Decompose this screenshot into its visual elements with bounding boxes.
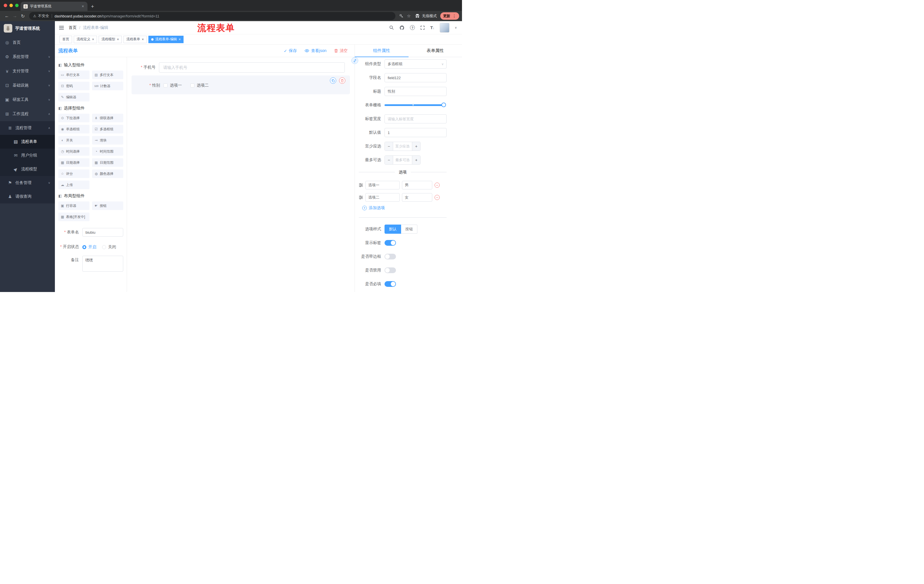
component-cascader[interactable]: ⋔级联选择 [92, 114, 123, 122]
max-select-value[interactable]: 最多可选 [393, 156, 412, 164]
tag-process-model[interactable]: 流程模型 × [99, 36, 122, 43]
title-input[interactable] [384, 87, 447, 96]
remove-option-button[interactable]: − [434, 195, 440, 200]
component-color-picker[interactable]: ◍颜色选择 [92, 169, 123, 178]
sidebar-item-process-form[interactable]: ▤ 流程表单 [0, 135, 55, 148]
disabled-toggle[interactable] [384, 267, 396, 273]
option-label-input[interactable] [365, 181, 400, 189]
browser-update-button[interactable]: 更新 ⋮ [440, 12, 459, 20]
sidebar-item-process-management[interactable]: ≣ 流程管理 ∧ [0, 121, 55, 135]
sidebar-item-process-model[interactable]: ▶ 流程模型 [0, 162, 55, 176]
window-close-button[interactable] [4, 4, 7, 7]
component-password[interactable]: ⊡密码 [58, 82, 89, 90]
sidebar-item-home[interactable]: ◎ 首页 [0, 35, 55, 50]
help-icon[interactable]: ? [410, 25, 415, 30]
option-value-input[interactable] [402, 193, 432, 202]
tag-process-form[interactable]: 流程表单 × [124, 36, 147, 43]
form-name-input[interactable] [82, 228, 123, 237]
style-default-button[interactable]: 默认 [384, 225, 401, 234]
view-json-button[interactable]: 查看json [304, 48, 327, 53]
decrement-button[interactable]: − [385, 156, 393, 164]
show-label-toggle[interactable] [384, 240, 396, 246]
phone-input[interactable] [159, 62, 345, 72]
sidebar-item-leave-query[interactable]: ♟ 请假查询 [0, 190, 55, 204]
component-button[interactable]: ☛按钮 [92, 201, 123, 210]
form-remark-textarea[interactable]: 嘿嘿 [82, 256, 123, 272]
drag-handle-icon[interactable] [359, 183, 363, 187]
search-icon[interactable] [389, 25, 394, 30]
tag-process-definition[interactable]: 流程定义 × [74, 36, 97, 43]
component-counter[interactable]: 123计数器 [92, 82, 123, 90]
save-button[interactable]: ✓ 保存 [284, 48, 297, 53]
component-single-line-text[interactable]: ▭单行文本 [58, 71, 89, 79]
tab-form-props[interactable]: 表单属性 [409, 44, 462, 57]
component-type-select[interactable]: ∨ [384, 59, 447, 69]
sidebar-item-payment[interactable]: ¥ 支付管理 ∨ [0, 64, 55, 78]
back-icon[interactable]: ← [3, 12, 11, 20]
tag-close-icon[interactable]: × [92, 38, 94, 41]
avatar-caret-icon[interactable]: ∨ [455, 26, 457, 29]
browser-tab[interactable]: 芋道管理系统 × [21, 2, 87, 11]
decrement-button[interactable]: − [385, 142, 393, 151]
increment-button[interactable]: + [412, 156, 420, 164]
window-minimize-button[interactable] [10, 4, 13, 7]
min-select-value[interactable]: 至少应选 [393, 142, 412, 151]
component-multi-line-text[interactable]: ▤多行文本 [92, 71, 123, 79]
gender-option-2[interactable]: 选项二 [190, 83, 209, 88]
gender-option-1[interactable]: 选项一 [163, 83, 182, 88]
component-date-picker[interactable]: ▦日期选择 [58, 158, 89, 167]
reload-icon[interactable]: ↻ [19, 12, 27, 20]
password-key-icon[interactable] [398, 12, 405, 20]
required-toggle[interactable] [384, 281, 396, 287]
new-tab-button[interactable]: + [91, 4, 94, 9]
copy-field-button[interactable] [330, 77, 336, 84]
breadcrumb-home[interactable]: 首页 [69, 25, 77, 30]
component-doc-link-button[interactable] [351, 57, 358, 64]
checkbox[interactable] [190, 84, 195, 87]
component-radio-group[interactable]: ◉单选框组 [58, 125, 89, 133]
remove-option-button[interactable]: − [434, 183, 440, 188]
component-upload[interactable]: ☁上传 [58, 181, 89, 189]
sidebar-item-user-groups[interactable]: ✉ 用户分组 [0, 148, 55, 162]
canvas-field-phone[interactable]: 手机号 [132, 62, 350, 72]
drag-handle-icon[interactable] [359, 196, 363, 199]
sidebar-item-workflow[interactable]: ⊞ 工作流程 ∧ [0, 107, 55, 121]
address-bar[interactable]: ⚠ 不安全 dashboard.yudao.iocoder.cn/bpm/man… [29, 12, 395, 20]
tag-close-icon[interactable]: × [179, 38, 181, 41]
user-avatar[interactable] [440, 23, 449, 33]
status-on-radio[interactable]: 开启 [82, 245, 96, 250]
canvas-field-gender-selected[interactable]: 性别 选项一 选项二 [132, 76, 350, 94]
checkbox[interactable] [163, 84, 168, 87]
font-size-icon[interactable]: T↕ [430, 25, 434, 30]
clear-button[interactable]: 清空 [334, 48, 348, 53]
tag-process-form-edit[interactable]: 流程表单-编辑 × [148, 36, 183, 43]
slider-knob[interactable] [441, 102, 446, 107]
component-slider[interactable]: ⊸滑块 [92, 136, 123, 145]
bookmark-star-icon[interactable]: ☆ [405, 12, 412, 20]
component-time-range[interactable]: ◔时间范围 [92, 147, 123, 156]
component-dropdown[interactable]: ⊙下拉选择 [58, 114, 89, 122]
component-checkbox-group[interactable]: ☑多选框组 [92, 125, 123, 133]
border-toggle[interactable] [384, 254, 396, 260]
component-editor[interactable]: ✎编辑器 [58, 93, 89, 102]
forward-icon[interactable]: → [11, 12, 19, 20]
component-table-wip[interactable]: ▦表格[开发中] [58, 212, 89, 221]
default-value-input[interactable] [384, 128, 447, 137]
tab-component-props[interactable]: 组件属性 [355, 44, 409, 57]
tab-close-icon[interactable]: × [81, 4, 85, 8]
component-type-value[interactable] [384, 59, 447, 69]
component-time-picker[interactable]: ◷时间选择 [58, 147, 89, 156]
option-value-input[interactable] [402, 181, 432, 189]
style-button-button[interactable]: 按钮 [401, 225, 417, 234]
component-row-container[interactable]: ▣行容器 [58, 201, 89, 210]
github-icon[interactable] [399, 25, 404, 30]
sidebar-item-task-management[interactable]: ⚑ 任务管理 ∨ [0, 176, 55, 190]
delete-field-button[interactable] [339, 77, 345, 84]
browser-menu-icon[interactable]: ⋮ [452, 14, 456, 18]
increment-button[interactable]: + [412, 142, 420, 151]
form-grid-slider[interactable] [384, 104, 444, 106]
collapse-sidebar-icon[interactable] [59, 25, 64, 30]
sidebar-item-devtools[interactable]: ▣ 研发工具 ∨ [0, 92, 55, 107]
add-option-button[interactable]: + 添加选项 [362, 206, 447, 211]
sidebar-item-infra[interactable]: ⊡ 基础设施 ∨ [0, 78, 55, 92]
